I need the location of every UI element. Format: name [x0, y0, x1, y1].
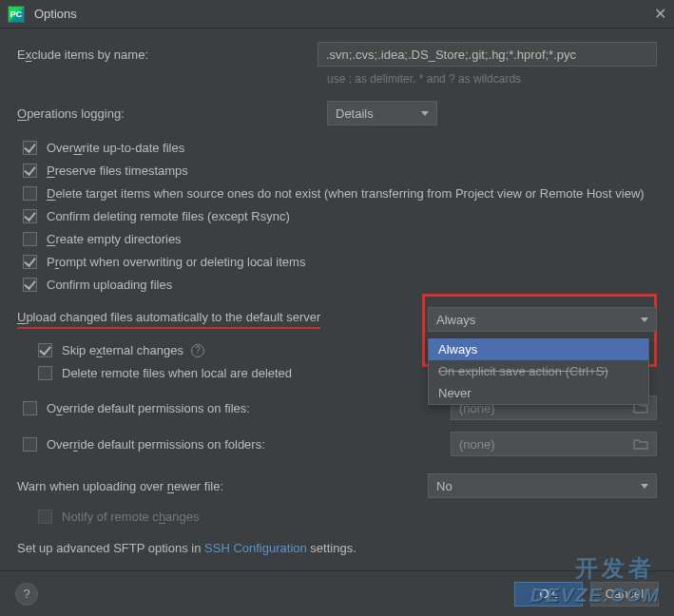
help-icon[interactable]: ?: [191, 344, 204, 357]
delete-target-label: Delete target items when source ones do …: [47, 186, 645, 201]
warn-newer-label: Warn when uploading over newer file:: [17, 479, 428, 493]
override-files-label: Override default permissions on files:: [47, 401, 250, 415]
chevron-down-icon: [641, 318, 648, 322]
override-files-checkbox[interactable]: [23, 401, 37, 415]
exclude-helper: use ; as delimiter, * and ? as wildcards: [327, 72, 657, 86]
warn-newer-select[interactable]: No: [428, 473, 657, 498]
create-empty-label: Create empty directories: [47, 232, 182, 246]
chevron-down-icon: [641, 484, 648, 489]
notify-remote-checkbox: [38, 510, 52, 524]
folder-icon: [633, 438, 648, 450]
preserve-label: Preserve files timestamps: [47, 164, 188, 178]
notify-remote-label: Notify of remote changes: [62, 510, 200, 524]
ssh-config-link[interactable]: SSH Configuration: [204, 541, 307, 555]
chevron-down-icon: [421, 111, 429, 116]
confirm-upload-checkbox[interactable]: [23, 278, 37, 292]
preserve-checkbox[interactable]: [23, 164, 37, 178]
ok-button[interactable]: OK: [514, 582, 583, 606]
skip-external-checkbox[interactable]: [38, 343, 52, 357]
exclude-input[interactable]: [318, 42, 657, 67]
override-folders-label: Override default permissions on folders:: [47, 437, 265, 452]
close-icon[interactable]: ✕: [654, 5, 666, 23]
overwrite-checkbox[interactable]: [23, 141, 37, 155]
dropdown-item-always[interactable]: Always: [429, 338, 648, 360]
sftp-hint: Set up advanced SFTP options in SSH Conf…: [17, 541, 657, 555]
delete-target-checkbox[interactable]: [23, 186, 37, 201]
upload-auto-dropdown: Always On explicit save action (Ctrl+S) …: [428, 338, 649, 405]
skip-external-label: Skip external changes: [62, 343, 183, 357]
dropdown-item-explicit[interactable]: On explicit save action (Ctrl+S): [429, 360, 648, 382]
prompt-overwrite-checkbox[interactable]: [23, 255, 37, 269]
titlebar: PC Options ✕: [0, 0, 674, 29]
confirm-upload-label: Confirm uploading files: [47, 278, 172, 292]
override-folders-checkbox[interactable]: [23, 437, 37, 452]
create-empty-checkbox[interactable]: [23, 232, 37, 246]
ops-logging-select[interactable]: Details: [327, 101, 437, 125]
prompt-overwrite-label: Prompt when overwriting or deleting loca…: [47, 255, 305, 269]
dropdown-item-never[interactable]: Never: [429, 382, 648, 404]
upload-auto-select[interactable]: Always: [428, 307, 657, 332]
dialog-footer: ? OK Cancel: [0, 570, 674, 616]
ops-logging-label: Operations logging:: [17, 106, 318, 121]
overwrite-label: Overwrite up-to-date files: [47, 141, 184, 155]
confirm-del-checkbox[interactable]: [23, 209, 37, 223]
cancel-button[interactable]: Cancel: [590, 582, 659, 606]
help-button[interactable]: ?: [15, 583, 38, 606]
app-icon: PC: [8, 6, 25, 23]
delete-remote-checkbox[interactable]: [38, 366, 52, 380]
exclude-label: Exclude items by name:: [17, 48, 318, 62]
override-folders-field[interactable]: (none): [451, 432, 657, 456]
window-title: Options: [34, 7, 77, 21]
confirm-del-label: Confirm deleting remote files (except Rs…: [47, 209, 290, 223]
upload-auto-label: Upload changed files automatically to th…: [17, 310, 428, 329]
delete-remote-label: Delete remote files when local are delet…: [62, 366, 292, 380]
